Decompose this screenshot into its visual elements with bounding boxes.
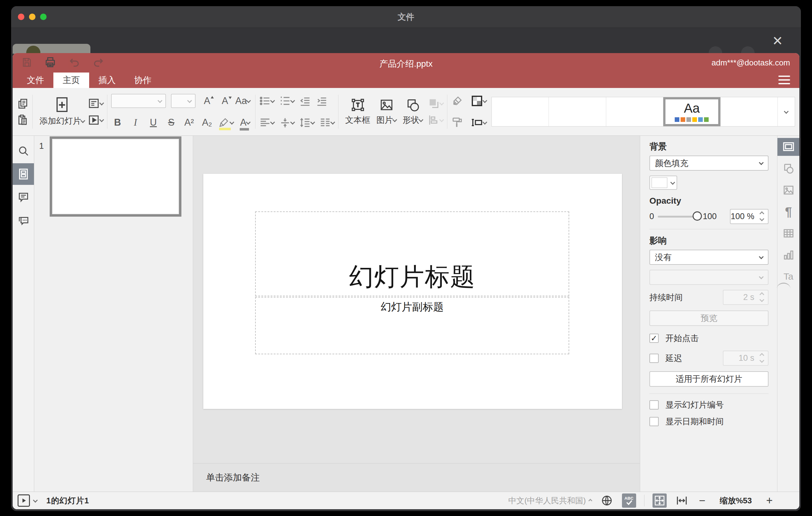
underline-icon[interactable]: U: [147, 117, 160, 128]
shape-button[interactable]: 形状: [400, 88, 426, 136]
table-settings-icon[interactable]: [778, 224, 799, 242]
zoom-in-icon[interactable]: +: [764, 495, 775, 506]
increase-indent-icon[interactable]: [316, 95, 328, 107]
tab-insert[interactable]: 插入: [89, 73, 125, 88]
start-on-click-label: 开始点击: [665, 333, 699, 344]
theme-option[interactable]: [549, 97, 606, 126]
apply-to-all-button[interactable]: 适用于所有幻灯片: [649, 371, 768, 387]
duration-label: 持续时间: [649, 292, 683, 303]
font-size-select[interactable]: [171, 94, 196, 108]
chart-settings-icon[interactable]: [778, 246, 799, 264]
tab-home[interactable]: 主页: [53, 73, 89, 88]
text-art-settings-icon[interactable]: Ta: [778, 267, 799, 285]
slide[interactable]: 幻灯片标题 幻灯片副标题: [203, 174, 622, 409]
copy-style-icon[interactable]: [451, 116, 463, 129]
fit-to-slide-icon[interactable]: [652, 493, 667, 508]
shape-settings-icon[interactable]: [778, 160, 799, 177]
preview-button[interactable]: 预览: [649, 311, 768, 326]
title-placeholder-text: 幻灯片标题: [349, 260, 475, 296]
copy-icon[interactable]: [17, 98, 29, 110]
color-scheme-icon[interactable]: [471, 95, 487, 107]
delay-checkbox[interactable]: [649, 354, 659, 363]
notes-area[interactable]: 单击添加备注: [193, 463, 640, 492]
effect-variant-select[interactable]: [649, 270, 768, 285]
tab-collaboration[interactable]: 协作: [125, 73, 161, 88]
slide-settings-icon[interactable]: [778, 138, 799, 156]
change-case-icon[interactable]: Aa: [236, 95, 249, 107]
font-name-select[interactable]: [111, 94, 166, 108]
macos-titlebar: 文件: [11, 6, 801, 28]
fill-color-swatch: [651, 177, 667, 188]
slides-panel-icon[interactable]: [13, 163, 34, 185]
start-on-click-checkbox[interactable]: ✓: [649, 334, 659, 343]
columns-icon[interactable]: [319, 117, 335, 128]
opacity-slider[interactable]: [658, 216, 698, 218]
strikethrough-icon[interactable]: S: [165, 117, 178, 128]
tab-file[interactable]: 文件: [18, 73, 53, 88]
show-slide-number-checkbox[interactable]: [649, 400, 659, 409]
vertical-align-icon[interactable]: [279, 117, 294, 128]
add-slide-button[interactable]: 添加幻灯片: [36, 88, 88, 136]
set-language-globe-icon[interactable]: [600, 493, 614, 508]
line-spacing-icon[interactable]: [299, 117, 314, 128]
theme-gallery-expand-icon[interactable]: [778, 97, 795, 126]
theme-option[interactable]: [606, 97, 663, 126]
image-settings-icon[interactable]: [778, 181, 799, 199]
theme-option-selected[interactable]: Aa: [663, 97, 720, 126]
paragraph-settings-icon[interactable]: ¶: [778, 203, 799, 221]
chat-icon[interactable]: [13, 209, 34, 231]
increase-font-icon[interactable]: A: [201, 95, 213, 107]
start-on-click-row: ✓ 开始点击: [649, 333, 768, 344]
font-color-icon[interactable]: A: [238, 117, 252, 128]
numbered-list-icon[interactable]: [279, 95, 294, 107]
bullet-list-icon[interactable]: [259, 95, 274, 107]
opacity-slider-knob[interactable]: [693, 211, 702, 221]
subscript-icon[interactable]: A₂: [201, 117, 213, 128]
comments-icon[interactable]: [13, 187, 34, 208]
document-language[interactable]: 中文(中华人民共和国): [509, 495, 592, 506]
italic-icon[interactable]: I: [129, 117, 142, 128]
right-settings-strip: ¶ Ta: [777, 136, 799, 492]
bold-icon[interactable]: B: [111, 117, 124, 128]
arrange-shape-icon[interactable]: [428, 97, 443, 110]
zoom-level: 缩放%53: [720, 495, 752, 506]
opacity-spinner[interactable]: 100 %: [730, 209, 768, 224]
image-button[interactable]: 图片: [373, 88, 400, 136]
slide-thumbnail[interactable]: [50, 136, 181, 217]
delay-spinner[interactable]: 10 s: [723, 351, 768, 366]
eraser-icon[interactable]: [451, 95, 463, 107]
theme-option[interactable]: [721, 97, 778, 126]
slide-size-icon[interactable]: [471, 116, 487, 129]
opacity-min: 0: [649, 212, 654, 221]
fill-type-select[interactable]: 颜色填充: [649, 155, 768, 171]
superscript-icon[interactable]: A²: [183, 117, 196, 128]
search-icon[interactable]: [13, 140, 34, 162]
change-layout-icon[interactable]: [88, 97, 103, 110]
fit-to-width-icon[interactable]: [675, 493, 689, 508]
horizontal-align-icon[interactable]: [259, 117, 274, 128]
menu-hamburger-icon[interactable]: [778, 76, 790, 84]
left-toolbar: [13, 136, 34, 492]
effect-label: 影响: [649, 235, 768, 247]
title-placeholder[interactable]: 幻灯片标题: [255, 211, 569, 296]
image-label: 图片: [376, 114, 393, 125]
spell-check-icon[interactable]: ABC: [622, 493, 636, 508]
start-slideshow-icon[interactable]: [88, 114, 103, 126]
fill-color-select[interactable]: [649, 176, 677, 190]
ribbon-tabs: 文件 主页 插入 协作: [18, 73, 161, 88]
theme-option[interactable]: [492, 97, 549, 126]
text-box-button[interactable]: 文本框: [342, 88, 373, 136]
effect-select[interactable]: 没有: [649, 250, 768, 265]
zoom-out-icon[interactable]: −: [697, 495, 707, 506]
paste-icon[interactable]: [17, 114, 29, 125]
close-dialog-icon[interactable]: ✕: [772, 34, 783, 48]
window-title: 文件: [11, 11, 801, 23]
decrease-indent-icon[interactable]: [299, 95, 311, 107]
decrease-font-icon[interactable]: A: [219, 95, 231, 107]
show-date-time-checkbox[interactable]: [649, 417, 659, 426]
duration-spinner[interactable]: 2 s: [723, 290, 768, 305]
align-shape-icon[interactable]: [428, 114, 443, 126]
start-slideshow-status-icon[interactable]: [18, 494, 30, 507]
highlight-color-icon[interactable]: [219, 117, 234, 128]
subtitle-placeholder[interactable]: 幻灯片副标题: [255, 297, 569, 354]
